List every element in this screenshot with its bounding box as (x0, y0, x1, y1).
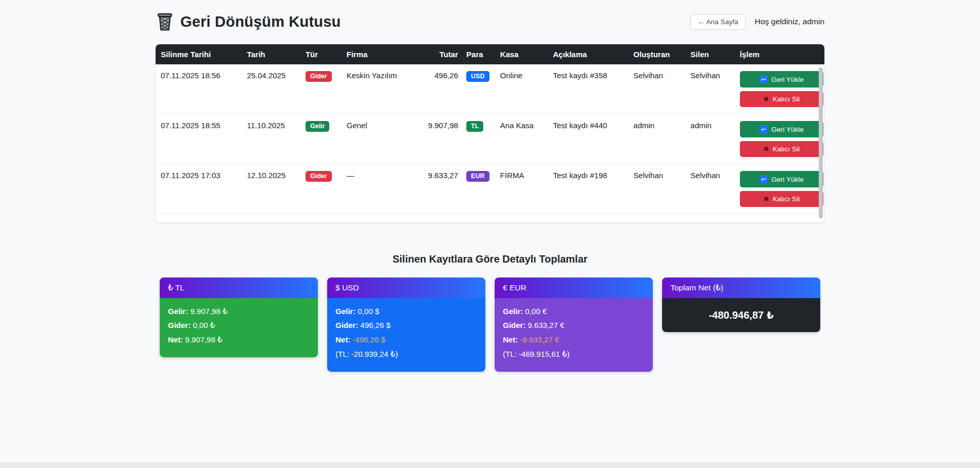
delete-button-label: Kalıcı Sil (772, 95, 800, 103)
col-aciklama: Açıklama (549, 44, 629, 64)
summary-cards-row: ₺ TL Gelir: 9.907,98 ₺ Gider: 0,00 ₺ Net… (156, 278, 824, 372)
cell-tarih: 25.04.2025 (243, 64, 301, 114)
table-header-row: Silinme Tarihi Tarih Tür Firma Tutar Par… (156, 44, 824, 64)
welcome-text: Hoş geldiniz, admin (755, 17, 824, 26)
type-badge-gelir: Gelir (306, 121, 330, 132)
col-silinme-tarihi: Silinme Tarihi (156, 44, 243, 64)
type-badge-gider: Gider (306, 71, 332, 82)
cell-aciklama: Test kaydı #440 (549, 114, 629, 164)
delete-button-label: Kalıcı Sil (772, 145, 800, 153)
cell-para: TL (462, 114, 496, 164)
cell-silinme-tarihi: 07.11.2025 18:55 (156, 114, 243, 164)
restore-button[interactable]: ↩ Geri Yükle (740, 71, 823, 88)
home-button[interactable]: ← Ana Sayfa (690, 14, 746, 30)
gelir-label: Gelir: (503, 307, 523, 316)
permanent-delete-button[interactable]: ✖ Kalıcı Sil (740, 141, 823, 157)
card-header-usd: $ USD (327, 278, 485, 298)
topbar: Geri Dönüşüm Kutusu ← Ana Sayfa Hoş geld… (156, 7, 824, 36)
summary-card-eur: € EUR Gelir: 0,00 € Gider: 9.633,27 € Ne… (495, 278, 653, 372)
col-olusturan: Oluşturan (629, 44, 686, 64)
cell-kasa: FİRMA (496, 164, 549, 214)
gider-value: 0,00 ₺ (193, 321, 215, 330)
card-body-tl: Gelir: 9.907,98 ₺ Gider: 0,00 ₺ Net: 9.9… (160, 298, 318, 357)
cell-tutar: 9.633,27 (409, 164, 462, 214)
cell-olusturan: Selvihan (629, 64, 686, 114)
net-label: Net: (503, 335, 518, 344)
cell-tutar: 9.907,98 (409, 114, 462, 164)
net-label: Net: (335, 335, 350, 344)
col-tarih: Tarih (243, 44, 301, 64)
cell-olusturan: Selvihan (629, 164, 686, 214)
gider-value: 9.633,27 € (528, 321, 564, 330)
currency-badge-usd: USD (466, 71, 489, 82)
permanent-delete-button[interactable]: ✖ Kalıcı Sil (740, 91, 823, 107)
cell-islem: ↩ Geri Yükle ✖ Kalıcı Sil (736, 164, 824, 214)
col-kasa: Kasa (496, 44, 549, 64)
card-body-eur: Gelir: 0,00 € Gider: 9.633,27 € Net: -9.… (495, 298, 653, 372)
topbar-right: ← Ana Sayfa Hoş geldiniz, admin (690, 14, 824, 30)
restore-button[interactable]: ↩ Geri Yükle (740, 121, 823, 137)
net-value-negative: -496,26 $ (352, 335, 385, 344)
summary-card-usd: $ USD Gelir: 0,00 $ Gider: 496,26 $ Net:… (327, 278, 485, 372)
restore-button[interactable]: ↩ Geri Yükle (740, 171, 823, 187)
col-tutar: Tutar (409, 44, 462, 64)
gelir-value: 9.907,98 ₺ (190, 307, 227, 316)
cell-tarih: 11.10.2025 (243, 114, 301, 164)
permanent-delete-button[interactable]: ✖ Kalıcı Sil (740, 191, 823, 207)
main-container: Geri Dönüşüm Kutusu ← Ana Sayfa Hoş geld… (156, 0, 824, 372)
type-badge-gider: Gider (306, 171, 332, 182)
summary-card-total-net: Toplam Net (₺) -480.946,87 ₺ (662, 278, 820, 332)
cell-tarih: 12.10.2025 (243, 164, 301, 214)
cell-islem: ↩ Geri Yükle ✖ Kalıcı Sil (736, 64, 824, 114)
col-para: Para (462, 44, 496, 64)
table-row: 07.11.2025 18:55 11.10.2025 Gelir Genel … (156, 114, 824, 164)
title-wrap: Geri Dönüşüm Kutusu (156, 12, 341, 31)
summary-card-tl: ₺ TL Gelir: 9.907,98 ₺ Gider: 0,00 ₺ Net… (160, 278, 318, 357)
col-islem: İşlem (736, 44, 824, 64)
card-body-usd: Gelir: 0,00 $ Gider: 496,26 $ Net: -496,… (327, 298, 485, 372)
card-body-total-net: -480.946,87 ₺ (662, 298, 820, 332)
restore-arrow-icon: ↩ (759, 175, 768, 183)
cross-icon: ✖ (764, 146, 769, 152)
cell-firma: — (343, 164, 409, 214)
gelir-value: 0,00 € (525, 307, 547, 316)
cell-para: EUR (462, 164, 496, 214)
table-scrollbar[interactable] (819, 67, 823, 218)
restore-button-label: Geri Yükle (771, 176, 804, 183)
cell-kasa: Online (496, 64, 549, 114)
card-header-eur: € EUR (495, 278, 653, 298)
cell-aciklama: Test kaydı #198 (549, 164, 629, 214)
table-row: 07.11.2025 17:03 12.10.2025 Gider — 9.63… (156, 164, 824, 214)
restore-button-label: Geri Yükle (771, 76, 804, 83)
table-footer-spacer (156, 214, 824, 222)
cell-para: USD (462, 64, 496, 114)
cell-tutar: 496,26 (409, 64, 462, 114)
cell-islem: ↩ Geri Yükle ✖ Kalıcı Sil (736, 114, 824, 164)
restore-arrow-icon: ↩ (759, 125, 768, 133)
gider-label: Gider: (335, 321, 358, 330)
delete-button-label: Kalıcı Sil (772, 195, 800, 203)
trash-icon (156, 12, 174, 31)
card-header-total-net: Toplam Net (₺) (662, 278, 820, 298)
total-net-value: -480.946,87 ₺ (708, 309, 773, 321)
summary-title: Silinen Kayıtlara Göre Detaylı Toplamlar (156, 253, 824, 265)
net-value: 9.907,98 ₺ (185, 335, 222, 344)
col-silen: Silen (686, 44, 736, 64)
cell-silen: Selvihan (686, 164, 736, 214)
gider-label: Gider: (168, 321, 191, 330)
cross-icon: ✖ (764, 196, 769, 202)
card-header-tl: ₺ TL (160, 278, 318, 298)
cell-tur: Gelir (301, 114, 343, 164)
gider-label: Gider: (503, 321, 526, 330)
cell-firma: Keskin Yazılım (343, 64, 409, 114)
col-tur: Tür (301, 44, 343, 64)
currency-badge-eur: EUR (466, 171, 489, 182)
restore-button-label: Geri Yükle (771, 126, 804, 133)
cell-tur: Gider (301, 64, 343, 114)
gider-value: 496,26 $ (360, 321, 390, 330)
cell-aciklama: Test kaydı #358 (549, 64, 629, 114)
cell-silinme-tarihi: 07.11.2025 17:03 (156, 164, 243, 214)
gelir-label: Gelir: (168, 307, 188, 316)
tl-equivalent-note: (TL: -20.939,24 ₺) (335, 350, 477, 359)
gelir-value: 0,00 $ (358, 307, 379, 316)
